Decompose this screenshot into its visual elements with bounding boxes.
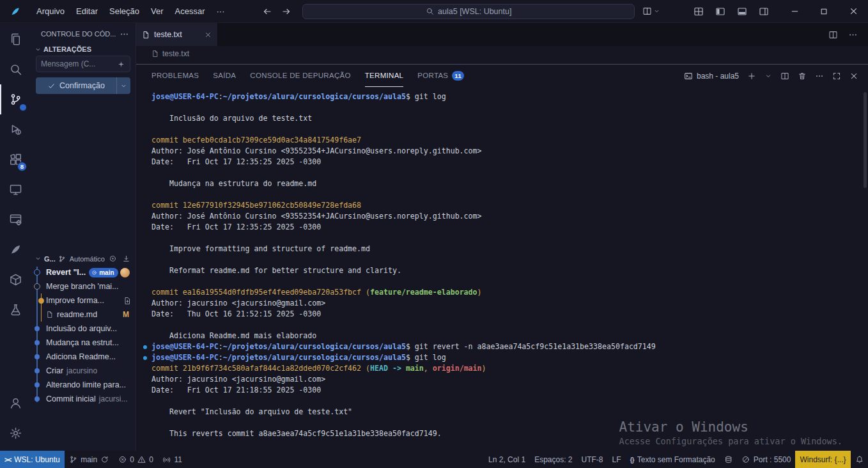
kill-terminal-button[interactable] <box>798 72 807 81</box>
target-icon <box>91 270 97 276</box>
activitybar-search[interactable] <box>0 54 31 84</box>
commit-button[interactable]: Confirmação <box>36 77 130 94</box>
indentation[interactable]: Espaços: 2 <box>530 451 577 468</box>
menu-editar[interactable]: Editar <box>70 3 104 20</box>
cursor-position[interactable]: Ln 2, Col 1 <box>484 451 530 468</box>
server-status[interactable] <box>720 451 738 468</box>
command-decoration[interactable] <box>143 356 147 360</box>
panel-actions: bash - aula5 <box>684 65 868 87</box>
menu-arquivo[interactable]: Arquivo <box>31 3 70 20</box>
graph-node <box>38 298 44 304</box>
menu-ver[interactable]: Ver <box>145 3 169 20</box>
activitybar-extensions[interactable]: 8 <box>0 144 31 175</box>
search-icon <box>9 63 22 76</box>
activitybar-manage-settings[interactable] <box>0 418 31 448</box>
panel-more-actions-button[interactable] <box>815 72 824 81</box>
toggle-panel-button[interactable] <box>732 3 752 20</box>
changes-section-header[interactable]: ALTERAÇÕES <box>31 45 136 54</box>
new-terminal-button[interactable] <box>747 72 756 81</box>
commit-item[interactable]: Mudança na estrut... <box>31 336 136 350</box>
windsurf-status[interactable]: Windsurf: {...} <box>795 451 850 468</box>
sparkle-icon[interactable] <box>117 60 125 68</box>
breadcrumb[interactable]: teste.txt <box>136 46 868 61</box>
panel-tab-sa-da[interactable]: SAÍDA <box>213 65 236 87</box>
terminal-instance[interactable]: bash - aula5 <box>684 72 739 81</box>
commit-item[interactable]: Inclusão do arquiv... <box>31 322 136 336</box>
terminal-line <box>151 320 868 331</box>
activitybar-remote-explorer[interactable] <box>0 175 31 205</box>
item-label: Commit inicial <box>46 394 96 403</box>
commit-button-dropdown[interactable] <box>116 77 130 94</box>
encoding[interactable]: UTF-8 <box>577 451 608 468</box>
split-editor-icon[interactable] <box>828 30 838 40</box>
item-label: Improve forma... <box>46 296 104 305</box>
close-window-button[interactable] <box>839 0 868 23</box>
split-terminal-button[interactable] <box>780 72 789 81</box>
problems-status[interactable]: 00 <box>114 451 158 468</box>
commit-item[interactable]: Criarjacursino <box>31 364 136 378</box>
commit-item[interactable]: Adiciona Readme... <box>31 350 136 364</box>
changed-file-item[interactable]: readme.mdM <box>31 308 136 322</box>
language-mode[interactable]: {}Texto sem Formatação <box>626 451 720 468</box>
avatar-badge <box>120 268 130 277</box>
toggle-secondary-sidebar-button[interactable] <box>754 3 773 20</box>
git-branch-status[interactable]: main <box>65 451 114 468</box>
commit-button-main[interactable]: Confirmação <box>36 77 116 94</box>
close-panel-button[interactable] <box>849 72 858 81</box>
editor-actions <box>828 23 868 46</box>
more-actions-icon[interactable] <box>848 30 858 40</box>
command-center-search[interactable]: aula5 [WSL: Ubuntu] <box>302 4 635 19</box>
forwarded-ports-status[interactable]: 11 <box>158 451 187 468</box>
commit-button-label: Confirmação <box>59 81 105 90</box>
minimize-button[interactable] <box>780 0 809 23</box>
command-decoration[interactable] <box>143 345 147 349</box>
chevron-down-icon <box>35 46 42 53</box>
forward-button[interactable] <box>278 3 295 20</box>
activitybar-packages[interactable] <box>0 265 31 295</box>
terminal-output[interactable]: jose@USER-64-PC:~/projetos/alura/cursolo… <box>136 87 868 451</box>
maximize-button[interactable] <box>809 0 839 23</box>
panel-tab-terminal[interactable]: TERMINAL <box>365 65 404 87</box>
notifications[interactable] <box>851 451 868 468</box>
menu-seleo[interactable]: Seleção <box>104 3 145 20</box>
git-branch-status-label: main <box>81 455 97 464</box>
activitybar-explorer[interactable] <box>0 24 31 54</box>
back-button[interactable] <box>259 3 275 20</box>
commit-item[interactable]: Alterando limite para... <box>31 378 136 392</box>
terminal-dropdown-button[interactable] <box>764 72 772 80</box>
remote-wsl-indicator[interactable]: ><WSL: Ubuntu <box>0 451 65 468</box>
panel-tab-problemas[interactable]: PROBLEMAS <box>151 65 199 87</box>
activitybar-accounts[interactable] <box>0 388 31 418</box>
layout-control-dropdown[interactable] <box>642 6 660 16</box>
terminal-line: Date: Thu Oct 16 21:52:15 2025 -0300 <box>151 309 868 320</box>
fetch-download-icon[interactable] <box>122 254 130 263</box>
eol-sequence[interactable]: LF <box>608 451 626 468</box>
customize-layout-button[interactable] <box>689 3 708 20</box>
activitybar-testing[interactable] <box>0 295 31 325</box>
commit-item[interactable]: Merge branch 'mai... <box>31 279 136 293</box>
close-tab-button[interactable] <box>205 31 212 38</box>
maximize-panel-button[interactable] <box>832 72 841 81</box>
panel-tab-console-de-depura-o[interactable]: CONSOLE DE DEPURAÇÃO <box>250 65 350 87</box>
activitybar-windsurf[interactable] <box>0 235 31 265</box>
activitybar-run-and-debug[interactable] <box>0 114 31 144</box>
commit-message-input[interactable]: Mensagem (C... <box>36 56 130 72</box>
activitybar-dev-containers[interactable] <box>0 205 31 235</box>
target-icon[interactable] <box>109 254 117 263</box>
activitybar-source-control[interactable] <box>0 84 31 114</box>
menu-[interactable]: ··· <box>211 3 231 20</box>
bell-icon <box>855 455 864 464</box>
panel-tab-portas[interactable]: PORTAS11 <box>417 65 464 87</box>
graph-title: G... <box>44 255 56 263</box>
menu-acessar[interactable]: Acessar <box>169 3 211 20</box>
commit-item[interactable]: Improve forma... <box>31 293 136 308</box>
more-actions-icon[interactable] <box>120 29 129 39</box>
commit-item[interactable]: Revert "I...main <box>31 265 136 279</box>
terminal-line: Adiciona Readme.md mais elaborado <box>151 331 868 341</box>
toggle-primary-sidebar-button[interactable] <box>711 3 730 20</box>
compare-changes-button[interactable] <box>123 297 132 305</box>
graph-section-header[interactable]: G... Automático <box>31 253 136 264</box>
live-server-port[interactable]: Port : 5500 <box>737 451 795 468</box>
tab-teste.txt[interactable]: teste.txt <box>136 23 218 46</box>
commit-item[interactable]: Commit inicialjacursi... <box>31 392 136 406</box>
